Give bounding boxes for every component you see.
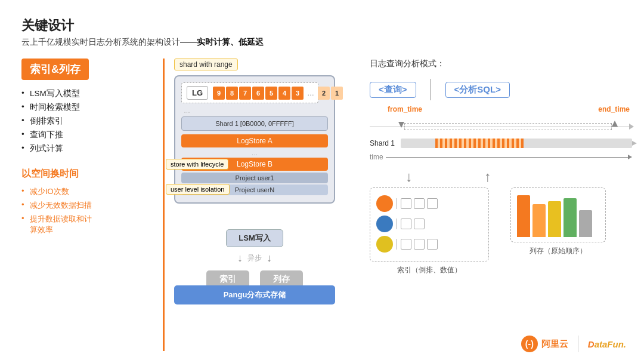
shard-row: Shard 1 [370, 139, 632, 148]
lsm-write-box: LSM写入 [226, 229, 283, 247]
index-diagram [370, 187, 489, 262]
time-label: time [370, 153, 383, 161]
orange-list-item: 减少IO次数 [21, 186, 156, 197]
dashed-range [404, 123, 612, 130]
blob-row-3 [376, 236, 482, 253]
query-tag: <查询> [370, 82, 416, 98]
num-cell: 3 [292, 87, 304, 100]
datafun-logo: DataFun. [588, 339, 626, 349]
down-arrow-right: ↑ [484, 170, 491, 184]
query-mode-row: <查询> <分析SQL> [370, 79, 632, 100]
list-item: 时间检索模型 [21, 102, 156, 113]
down-arrow-left: ↓ [405, 170, 413, 184]
aliyun-text: 阿里云 [541, 339, 568, 350]
subtitle-prefix: 云上千亿规模实时日志分析系统的架构设计—— [21, 37, 197, 47]
square [427, 198, 438, 209]
logo-divider [578, 336, 578, 352]
page-title: 关键设计 [21, 17, 623, 35]
time-arrow [628, 155, 632, 159]
project-user1: Project user1 [181, 173, 328, 183]
col-bar-green [564, 198, 577, 237]
num-cell: 7 [239, 87, 251, 100]
page-container: 关键设计 云上千亿规模实时日志分析系统的架构设计——实时计算、低延迟 索引&列存… [0, 0, 644, 363]
ellipsis: … [307, 89, 314, 97]
aliyun-logo: (-) 阿里云 [521, 336, 568, 352]
column-diagram [510, 187, 606, 242]
index-badge: 索引&列存 [21, 59, 89, 80]
column-diagram-label: 列存（原始顺序） [510, 246, 606, 256]
end-arrow [612, 121, 618, 127]
num-cell: 9 [213, 87, 225, 100]
lsm-write-area: LSM写入 ↓ 异步 ↓ 索引 列存 [206, 229, 303, 288]
num-cells: 2 1 [318, 87, 343, 100]
async-label: 异步 [247, 253, 262, 263]
lg-box: LG [187, 86, 208, 100]
aliyun-icon: (-) [521, 336, 538, 352]
dots-row: … [181, 107, 328, 114]
square [414, 239, 425, 250]
footer-logos: (-) 阿里云 DataFun. [521, 336, 626, 352]
col-bar-yellow [548, 201, 561, 237]
end-time-label: end_time [598, 105, 630, 113]
yellow-blob [376, 236, 393, 253]
from-arrow [398, 122, 404, 128]
num-cell: 2 [318, 87, 330, 100]
orange-list-item: 提升数据读取和计算效率 [21, 214, 156, 235]
subtitle-highlight: 实时计算、低延迟 [197, 37, 264, 47]
num-cell: 8 [226, 87, 238, 100]
connector-line [397, 198, 397, 209]
connector-line [397, 219, 397, 229]
timeline-area: from_time end_time [370, 105, 632, 135]
time-line [386, 157, 628, 158]
square [414, 198, 425, 209]
shard-arrow [632, 141, 637, 146]
logstore-a: LogStore A [181, 134, 328, 147]
blob-row-1 [376, 195, 482, 212]
small-squares [401, 239, 438, 250]
small-squares [401, 198, 438, 209]
datafun-d: D [588, 339, 595, 349]
orange-blob [376, 195, 393, 212]
col-bar-gray [579, 210, 592, 237]
square [414, 219, 425, 229]
pangu-box: Pangu分布式存储 [174, 285, 335, 304]
sql-tag: <分析SQL> [445, 82, 510, 98]
left-panel: 索引&列存 LSM写入模型 时间检索模型 倒排索引 查询下推 列式计算 以空间换… [21, 59, 165, 351]
timeline-arrow [629, 124, 634, 130]
right-arrow-icon: ↓ [267, 252, 272, 264]
user-isolation-label: user level isolation [166, 184, 230, 195]
square [427, 239, 438, 250]
dots-small: … [181, 149, 328, 156]
square [401, 239, 411, 250]
lg-row: LG 9 8 7 6 5 4 3 … 2 1 [181, 82, 318, 103]
orange-list: 减少IO次数 减少无效数据扫描 提升数据读取和计算效率 [21, 186, 156, 238]
columns-row [517, 195, 599, 237]
index-diagram-label: 索引（倒排、数值） [370, 265, 489, 275]
square [401, 219, 411, 229]
col-bar-orange [517, 195, 530, 237]
num-cell: 4 [278, 87, 290, 100]
num-cell: 6 [252, 87, 264, 100]
list-item: 列式计算 [21, 143, 156, 154]
list-item: LSM写入模型 [21, 88, 156, 99]
log-query-title: 日志查询分析模式： [370, 59, 632, 69]
main-layout: 索引&列存 LSM写入模型 时间检索模型 倒排索引 查询下推 列式计算 以空间换… [21, 59, 623, 351]
list-item: 查询下推 [21, 130, 156, 140]
time-axis: time [370, 153, 632, 161]
store-lifecycle-label: store with lifecycle [166, 159, 228, 170]
orange-list-item: 减少无效数据扫描 [21, 200, 156, 211]
page-subtitle: 云上千亿规模实时日志分析系统的架构设计——实时计算、低延迟 [21, 37, 623, 48]
small-squares [401, 219, 425, 229]
from-time-label: from_time [388, 105, 422, 113]
async-row: ↓ 异步 ↓ [237, 252, 272, 264]
datafun-rest: ataFun. [595, 339, 626, 349]
bottom-diagrams: 索引（倒排、数值） 列存（原始顺序） [370, 187, 632, 275]
right-panel: 日志查询分析模式： <查询> <分析SQL> from_time end_tim… [355, 59, 632, 351]
col-bar-light-orange [532, 204, 546, 237]
num-cell: 1 [331, 87, 343, 100]
space-time-title: 以空间换时间 [21, 168, 156, 180]
num-cells: 9 8 7 6 5 4 3 [213, 87, 304, 100]
down-arrows-row: ↓ ↑ [370, 170, 632, 184]
list-item: 倒排索引 [21, 116, 156, 127]
shard-row-label: Shard 1 [370, 139, 395, 147]
